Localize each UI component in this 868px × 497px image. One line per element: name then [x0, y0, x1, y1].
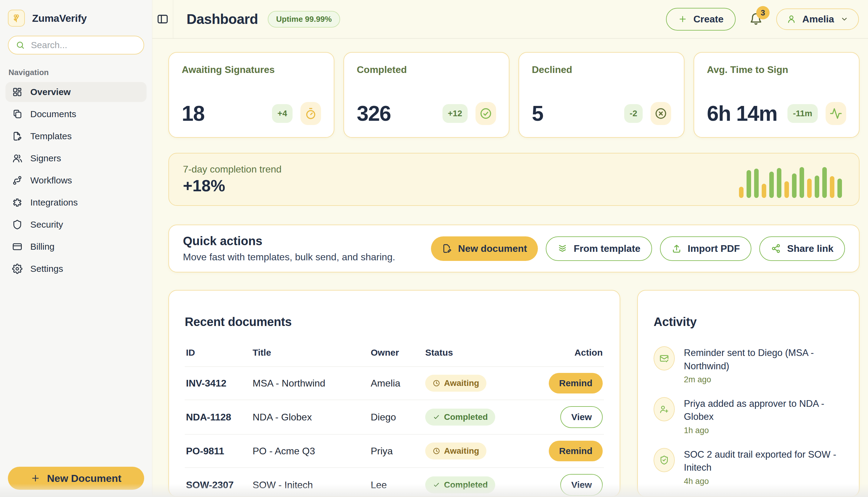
stat-bottom: 326 +12	[357, 101, 496, 126]
stat-card-awaiting-signatures: Awaiting Signatures 18 +4	[168, 52, 334, 138]
quick-actions-buttons: New document From template Import PDF Sh…	[431, 237, 845, 261]
trend-bar	[807, 179, 812, 198]
status-badge: Awaiting	[425, 442, 486, 459]
sidebar-toggle-button[interactable]	[152, 0, 173, 38]
stat-delta-badge: +12	[443, 104, 468, 123]
doc-id: PO-9811	[186, 445, 253, 457]
status-badge: Completed	[425, 477, 495, 493]
list-item: SOC 2 audit trail exported for SOW - Ini…	[654, 448, 843, 486]
sidebar-item-label: Security	[30, 219, 63, 230]
upload-icon	[671, 243, 682, 254]
sidebar-item-documents[interactable]: Documents	[5, 104, 146, 124]
sidebar-item-billing[interactable]: Billing	[5, 237, 146, 257]
route-icon	[12, 175, 23, 186]
layers-icon	[557, 243, 568, 254]
new-document-quick-button[interactable]: New document	[431, 237, 538, 261]
doc-title: PO - Acme Q3	[253, 445, 371, 457]
import-pdf-button[interactable]: Import PDF	[660, 237, 752, 261]
stat-card-avg-time-to-sign: Avg. Time to Sign 6h 14m -11m	[694, 52, 859, 138]
stat-bottom: 5 -2	[532, 101, 671, 126]
main-area: Dashboard Uptime 99.99% Create 3 Amelia …	[152, 0, 868, 497]
topbar-right: Create 3 Amelia	[666, 8, 859, 31]
from-template-button[interactable]: From template	[546, 237, 652, 261]
list-item: Priya added as approver to NDA - Globex …	[654, 397, 843, 435]
plus-icon	[31, 473, 40, 483]
trend-value: +18%	[183, 176, 282, 195]
column-header-owner: Owner	[371, 347, 425, 358]
table-header-row: ID Title Owner Status Action	[185, 347, 604, 366]
activity-time: 1h ago	[684, 426, 843, 435]
sidebar-item-templates[interactable]: Templates	[5, 126, 146, 146]
create-label: Create	[693, 14, 724, 25]
sidebar-item-integrations[interactable]: Integrations	[5, 193, 146, 212]
recent-documents-card: Recent documents ID Title Owner Status A…	[168, 290, 620, 497]
stat-value: 5	[532, 101, 543, 126]
documents-table: ID Title Owner Status Action INV-3412 MS…	[185, 347, 604, 497]
sidebar-spacer	[5, 279, 146, 467]
status-badge: Completed	[425, 409, 495, 426]
brand: ZumaVerify	[5, 7, 146, 29]
activity-text: SOC 2 audit trail exported for SOW - Ini…	[684, 448, 843, 474]
documents-icon	[12, 109, 23, 119]
column-header-status: Status	[425, 347, 575, 358]
sidebar-item-signers[interactable]: Signers	[5, 148, 146, 168]
trend-label: 7-day completion trend	[183, 164, 282, 175]
sidebar-item-label: Billing	[30, 242, 55, 252]
doc-owner: Lee	[371, 480, 425, 491]
stat-value: 326	[357, 101, 391, 126]
trend-bar-chart	[739, 161, 842, 198]
button-label: New document	[458, 243, 527, 254]
remind-button[interactable]: Remind	[549, 373, 603, 394]
trend-bar	[746, 170, 751, 198]
timer-icon	[300, 102, 321, 125]
status-label: Completed	[444, 480, 488, 490]
activity-time: 2m ago	[684, 375, 843, 384]
trend-bar	[754, 169, 759, 198]
new-document-label: New Document	[47, 472, 122, 484]
button-label: Share link	[787, 243, 834, 254]
page-title: Dashboard	[186, 11, 258, 27]
sidebar-item-settings[interactable]: Settings	[5, 259, 146, 279]
sidebar-item-security[interactable]: Security	[5, 215, 146, 235]
doc-title: SOW - Initech	[253, 480, 371, 491]
status-label: Completed	[444, 412, 488, 422]
stat-delta-badge: -2	[624, 104, 643, 123]
user-menu[interactable]: Amelia	[776, 9, 859, 30]
quick-actions-card: Quick actions Move fast with templates, …	[168, 225, 859, 272]
search-box[interactable]	[8, 36, 144, 55]
remind-button[interactable]: Remind	[549, 441, 603, 461]
sidebar-item-label: Overview	[30, 87, 71, 97]
share-link-button[interactable]: Share link	[759, 237, 845, 261]
notifications-button[interactable]: 3	[750, 13, 762, 25]
recent-documents-title: Recent documents	[185, 315, 604, 329]
check-icon	[433, 481, 440, 489]
view-button[interactable]: View	[560, 474, 603, 496]
create-button[interactable]: Create	[666, 8, 736, 31]
trend-bar	[739, 187, 743, 198]
column-header-title: Title	[253, 347, 371, 358]
view-button[interactable]: View	[560, 406, 603, 428]
plus-icon	[678, 15, 687, 24]
new-document-button[interactable]: New Document	[8, 467, 144, 490]
shield-check-icon	[654, 448, 675, 472]
trend-bar	[792, 173, 797, 198]
puzzle-icon	[12, 197, 23, 208]
sidebar-item-workflows[interactable]: Workflows	[5, 170, 146, 190]
clock-icon	[433, 447, 440, 455]
sidebar-item-overview[interactable]: Overview	[5, 82, 146, 102]
search-input[interactable]	[30, 40, 136, 51]
status-badge: Awaiting	[425, 375, 486, 392]
credit-card-icon	[12, 242, 23, 252]
sidebar: ZumaVerify Navigation Overview Documents…	[0, 0, 152, 497]
stat-title: Completed	[357, 64, 496, 75]
flower-logo-icon	[8, 10, 25, 27]
doc-title: NDA - Globex	[253, 412, 371, 423]
shield-icon	[12, 219, 23, 230]
stat-delta-badge: +4	[272, 104, 293, 123]
activity-pulse-icon	[826, 102, 846, 125]
trend-bar	[777, 168, 781, 198]
file-pen-icon	[442, 243, 452, 254]
nav-list: Overview Documents Templates Signers Wor…	[5, 82, 146, 279]
stat-card-completed: Completed 326 +12	[344, 52, 509, 138]
mail-check-icon	[654, 346, 675, 370]
